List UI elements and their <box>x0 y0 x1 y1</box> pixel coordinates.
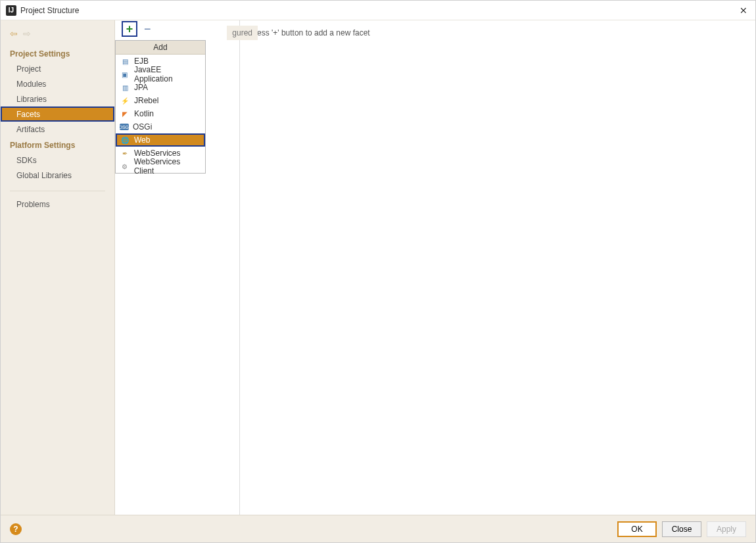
web-icon: 🌐 <box>120 135 130 145</box>
app-icon: IJ <box>6 5 16 16</box>
popup-item-label: EJB <box>134 57 149 66</box>
nav-forward-icon[interactable]: ⇨ <box>23 28 31 39</box>
ejb-icon: ▤ <box>120 56 130 66</box>
webservices-icon: ✒ <box>120 148 130 158</box>
help-icon[interactable]: ? <box>10 523 22 535</box>
close-icon[interactable]: ✕ <box>737 5 750 16</box>
popup-item-label: JPA <box>134 83 148 92</box>
sidebar-item-global-libraries[interactable]: Global Libraries <box>1 168 114 183</box>
nav-back-icon[interactable]: ⇦ <box>10 28 18 39</box>
popup-item-label: WebServices <box>134 149 180 158</box>
hint-text: Press '+' button to add a new facet <box>249 28 746 37</box>
add-button[interactable]: + <box>122 21 137 37</box>
sidebar-item-problems[interactable]: Problems <box>1 197 114 212</box>
content: ⇦ ⇨ Project Settings Project Modules Lib… <box>1 20 755 515</box>
footer: ? OK Close Apply <box>1 515 755 542</box>
section-header-platform-settings: Platform Settings <box>1 137 114 153</box>
popup-item-label: JavaEE Application <box>134 65 201 83</box>
popup-item-osgi[interactable]: OSGi OSGi <box>116 120 205 133</box>
popup-item-label: Kotlin <box>134 109 154 118</box>
footer-buttons: OK Close Apply <box>617 521 746 537</box>
jrebel-icon: ⚡ <box>120 95 130 106</box>
popup-item-label: JRebel <box>134 96 158 105</box>
sidebar-divider <box>10 191 105 191</box>
section-header-project-settings: Project Settings <box>1 45 114 61</box>
webservices-client-icon: ⚙ <box>120 161 130 172</box>
popup-item-webservices-client[interactable]: ⚙ WebServices Client <box>116 160 205 173</box>
window-title: Project Structure <box>20 6 737 15</box>
sidebar: ⇦ ⇨ Project Settings Project Modules Lib… <box>1 20 115 515</box>
sidebar-item-libraries[interactable]: Libraries <box>1 91 114 106</box>
popup-item-javaee[interactable]: ▣ JavaEE Application <box>116 68 205 81</box>
sidebar-item-project[interactable]: Project <box>1 61 114 76</box>
javaee-icon: ▣ <box>120 69 130 80</box>
popup-item-kotlin[interactable]: ◤ Kotlin <box>116 107 205 120</box>
nav-arrows: ⇦ ⇨ <box>1 26 114 45</box>
placeholder-fragment: gured <box>227 26 258 40</box>
sidebar-item-sdks[interactable]: SDKs <box>1 153 114 168</box>
popup-header: Add <box>116 41 205 55</box>
close-button[interactable]: Close <box>662 521 701 537</box>
osgi-icon: OSGi <box>120 124 129 130</box>
jpa-icon: ▥ <box>120 82 130 93</box>
add-facet-popup: Add ▤ EJB ▣ JavaEE Application ▥ JPA ⚡ J… <box>115 40 206 174</box>
popup-item-label: WebServices Client <box>134 157 201 176</box>
ok-button[interactable]: OK <box>617 521 657 537</box>
titlebar: IJ Project Structure ✕ <box>1 1 755 20</box>
kotlin-icon: ◤ <box>120 108 130 119</box>
popup-item-label: OSGi <box>133 122 152 131</box>
sidebar-item-facets[interactable]: Facets <box>1 106 114 122</box>
apply-button: Apply <box>707 521 746 537</box>
remove-button[interactable]: − <box>141 22 154 36</box>
popup-item-jrebel[interactable]: ⚡ JRebel <box>116 94 205 107</box>
sidebar-item-modules[interactable]: Modules <box>1 76 114 91</box>
toolbar: + − <box>115 20 239 37</box>
right-panel: Press '+' button to add a new facet <box>240 20 755 515</box>
mid-panel: + − gured Add ▤ EJB ▣ JavaEE Application… <box>115 20 240 515</box>
popup-item-web[interactable]: 🌐 Web <box>116 133 205 147</box>
sidebar-item-artifacts[interactable]: Artifacts <box>1 122 114 137</box>
popup-item-label: Web <box>134 135 150 145</box>
